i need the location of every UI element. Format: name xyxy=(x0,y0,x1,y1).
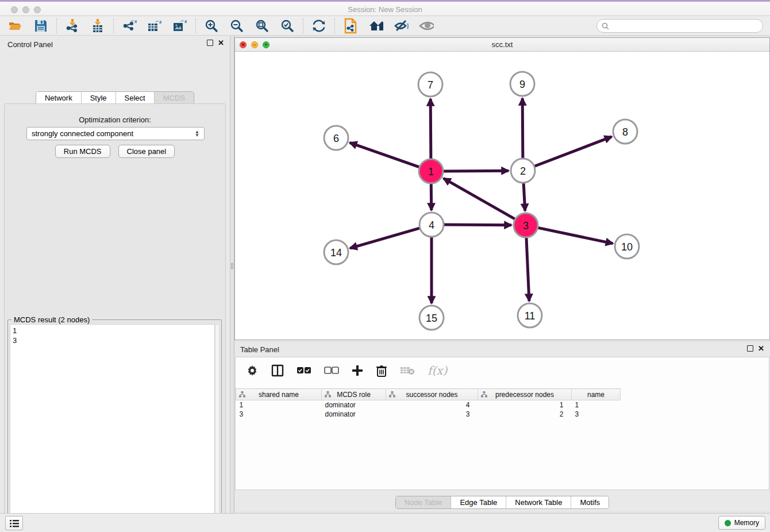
tab-network[interactable]: Network xyxy=(36,92,82,104)
network-graph[interactable]: 7968124314101511 xyxy=(235,52,769,340)
graph-node-label-15: 15 xyxy=(426,313,437,324)
mcds-panel: Optimization criterion: strongly connect… xyxy=(4,103,226,532)
add-column-icon[interactable] xyxy=(352,365,363,376)
vertical-splitter[interactable] xyxy=(230,36,234,513)
graph-node-label-11: 11 xyxy=(525,310,536,322)
graph-node-label-2: 2 xyxy=(520,165,526,177)
memory-button[interactable]: Memory xyxy=(718,516,765,530)
refresh-icon[interactable] xyxy=(311,18,326,33)
memory-label: Memory xyxy=(734,519,759,527)
status-bar: Memory xyxy=(0,513,770,532)
mcds-result-text[interactable]: 1 3 xyxy=(10,324,215,532)
split-columns-icon[interactable] xyxy=(271,364,284,377)
column-header-shared-name[interactable]: shared name xyxy=(236,389,322,400)
network-window-title: scc.txt xyxy=(235,40,769,49)
network-view-window: ✕ − + scc.txt 7968124314101511 xyxy=(234,37,770,340)
table-panel: Table Panel ✕ xyxy=(234,342,770,511)
toggle-graphics-details-icon[interactable] xyxy=(394,18,409,33)
graph-node-label-6: 6 xyxy=(333,133,339,144)
close-table-panel-icon[interactable]: ✕ xyxy=(758,345,764,352)
import-table-icon[interactable] xyxy=(90,18,105,33)
network-window-titlebar[interactable]: ✕ − + scc.txt xyxy=(235,38,769,52)
network-canvas[interactable]: 7968124314101511 xyxy=(235,52,769,340)
tab-style[interactable]: Style xyxy=(82,92,116,104)
edge-2-3[interactable] xyxy=(523,182,525,211)
table-toolbar: f(x) xyxy=(236,357,769,384)
tab-network-table[interactable]: Network Table xyxy=(506,496,571,508)
column-header-name[interactable]: name xyxy=(572,389,621,400)
task-history-button[interactable] xyxy=(5,516,23,530)
edge-1-7[interactable] xyxy=(430,99,431,160)
edge-4-3[interactable] xyxy=(442,225,511,225)
titlebar: Session: New Session xyxy=(0,0,770,16)
export-table-icon[interactable] xyxy=(147,18,162,33)
graph-node-label-8: 8 xyxy=(622,126,628,138)
deselect-checks-icon[interactable] xyxy=(324,367,339,375)
zoom-fit-icon[interactable] xyxy=(255,18,270,33)
edge-3-1[interactable] xyxy=(444,178,517,219)
close-panel-icon[interactable]: ✕ xyxy=(218,40,224,46)
export-image-icon[interactable] xyxy=(172,18,187,33)
settings-gear-icon[interactable] xyxy=(246,364,259,377)
table-row[interactable]: 3 dominator 3 2 3 xyxy=(236,410,621,419)
edge-3-11[interactable] xyxy=(526,236,529,301)
graph-node-label-10: 10 xyxy=(621,241,633,253)
optimization-criterion-label: Optimization criterion: xyxy=(5,115,225,124)
import-network-icon[interactable] xyxy=(65,18,80,33)
criterion-value: strongly connected component xyxy=(32,129,133,138)
graph-node-label-7: 7 xyxy=(428,79,433,91)
criterion-dropdown[interactable]: strongly connected component ▲▼ xyxy=(26,127,205,140)
tab-motifs[interactable]: Motifs xyxy=(571,496,609,508)
graph-node-label-3: 3 xyxy=(523,220,529,232)
mcds-result-title: MCDS result (2 nodes) xyxy=(11,315,92,324)
clear-table-icon[interactable] xyxy=(400,365,415,376)
edge-2-9[interactable] xyxy=(522,98,523,160)
open-folder-icon[interactable] xyxy=(8,18,23,33)
result-scrollbar[interactable] xyxy=(215,324,220,532)
column-header-mcds-role[interactable]: MCDS role xyxy=(322,389,386,400)
search-input[interactable] xyxy=(613,22,758,30)
zoom-selected-icon[interactable] xyxy=(280,18,295,33)
main-toolbar xyxy=(0,16,770,36)
edge-3-10[interactable] xyxy=(537,228,613,244)
tab-node-table[interactable]: Node Table xyxy=(396,496,452,508)
zoom-out-icon[interactable] xyxy=(229,18,244,33)
zoom-in-icon[interactable] xyxy=(204,18,219,33)
run-mcds-button[interactable]: Run MCDS xyxy=(55,145,110,158)
control-panel: Control Panel ✕ Network Style Select MCD… xyxy=(0,36,230,513)
home-networks-icon[interactable] xyxy=(368,18,383,33)
edge-1-4[interactable] xyxy=(431,182,432,210)
table-row[interactable]: 1 dominator 4 1 1 xyxy=(236,400,621,410)
select-all-checks-icon[interactable] xyxy=(297,367,311,375)
graph-node-label-1: 1 xyxy=(428,166,434,178)
tab-select[interactable]: Select xyxy=(116,92,155,104)
level-of-detail-eye-icon[interactable] xyxy=(419,18,434,33)
control-panel-title: Control Panel xyxy=(7,40,53,49)
edge-2-8[interactable] xyxy=(533,137,612,167)
tab-mcds[interactable]: MCDS xyxy=(155,92,194,104)
float-table-panel-icon[interactable] xyxy=(747,345,753,352)
graph-node-label-4: 4 xyxy=(429,219,434,231)
search-field[interactable] xyxy=(596,19,763,33)
table-panel-title: Table Panel xyxy=(240,345,279,354)
list-icon xyxy=(10,519,19,527)
mcds-result-group: MCDS result (2 nodes) 1 3 xyxy=(7,319,222,532)
column-header-predecessor-nodes[interactable]: predecessor nodes xyxy=(478,389,572,400)
search-icon xyxy=(602,22,609,30)
edge-1-2[interactable] xyxy=(442,171,509,171)
network-file-share-icon[interactable] xyxy=(343,18,358,33)
export-network-icon[interactable] xyxy=(122,18,137,33)
save-icon[interactable] xyxy=(33,18,48,33)
float-panel-icon[interactable] xyxy=(207,40,213,46)
delete-column-icon[interactable] xyxy=(376,364,387,377)
close-panel-button[interactable]: Close panel xyxy=(118,145,175,158)
graph-node-label-9: 9 xyxy=(519,79,525,90)
edge-4-14[interactable] xyxy=(350,228,421,248)
column-header-successor-nodes[interactable]: successor nodes xyxy=(386,389,478,400)
function-builder-icon[interactable]: f(x) xyxy=(428,364,447,377)
edge-1-6[interactable] xyxy=(350,142,421,167)
tab-edge-table[interactable]: Edge Table xyxy=(451,496,506,508)
app-window: Session: New Session xyxy=(0,0,770,532)
graph-node-label-14: 14 xyxy=(330,247,342,259)
node-table: shared name MCDS role successor nodes pr… xyxy=(236,388,621,419)
